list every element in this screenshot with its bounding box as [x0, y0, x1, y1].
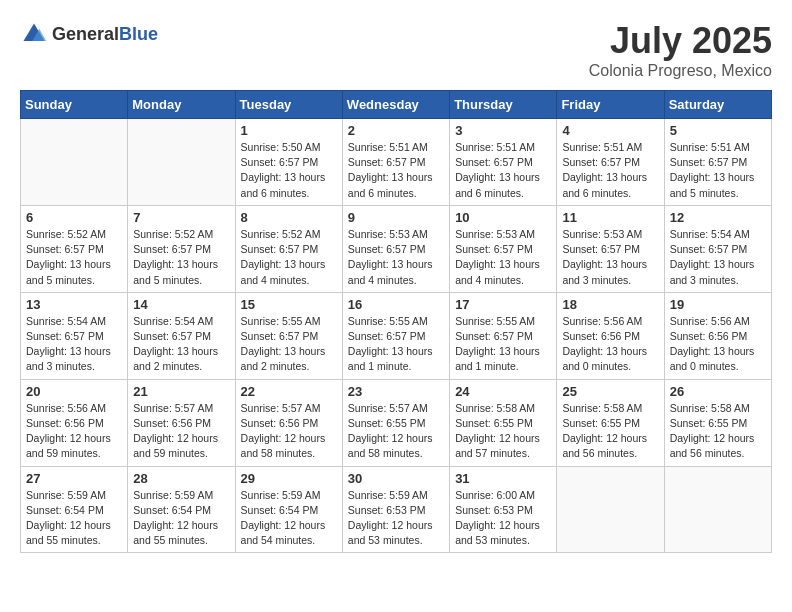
calendar-cell: 6Sunrise: 5:52 AM Sunset: 6:57 PM Daylig… — [21, 205, 128, 292]
weekday-header-saturday: Saturday — [664, 91, 771, 119]
day-number: 18 — [562, 297, 658, 312]
calendar-cell: 29Sunrise: 5:59 AM Sunset: 6:54 PM Dayli… — [235, 466, 342, 553]
day-number: 21 — [133, 384, 229, 399]
day-info: Sunrise: 5:50 AM Sunset: 6:57 PM Dayligh… — [241, 140, 337, 201]
day-number: 14 — [133, 297, 229, 312]
calendar-week-row: 1Sunrise: 5:50 AM Sunset: 6:57 PM Daylig… — [21, 119, 772, 206]
calendar-cell: 12Sunrise: 5:54 AM Sunset: 6:57 PM Dayli… — [664, 205, 771, 292]
calendar-cell: 20Sunrise: 5:56 AM Sunset: 6:56 PM Dayli… — [21, 379, 128, 466]
weekday-header-tuesday: Tuesday — [235, 91, 342, 119]
calendar-cell: 14Sunrise: 5:54 AM Sunset: 6:57 PM Dayli… — [128, 292, 235, 379]
day-info: Sunrise: 5:56 AM Sunset: 6:56 PM Dayligh… — [670, 314, 766, 375]
logo: GeneralBlue — [20, 20, 158, 48]
calendar-header-row: SundayMondayTuesdayWednesdayThursdayFrid… — [21, 91, 772, 119]
day-info: Sunrise: 5:59 AM Sunset: 6:53 PM Dayligh… — [348, 488, 444, 549]
calendar-cell: 8Sunrise: 5:52 AM Sunset: 6:57 PM Daylig… — [235, 205, 342, 292]
day-number: 28 — [133, 471, 229, 486]
day-info: Sunrise: 5:51 AM Sunset: 6:57 PM Dayligh… — [348, 140, 444, 201]
calendar-cell: 26Sunrise: 5:58 AM Sunset: 6:55 PM Dayli… — [664, 379, 771, 466]
calendar-cell — [664, 466, 771, 553]
day-number: 8 — [241, 210, 337, 225]
calendar-cell: 28Sunrise: 5:59 AM Sunset: 6:54 PM Dayli… — [128, 466, 235, 553]
calendar-cell: 10Sunrise: 5:53 AM Sunset: 6:57 PM Dayli… — [450, 205, 557, 292]
calendar-cell: 19Sunrise: 5:56 AM Sunset: 6:56 PM Dayli… — [664, 292, 771, 379]
day-number: 22 — [241, 384, 337, 399]
calendar-cell: 23Sunrise: 5:57 AM Sunset: 6:55 PM Dayli… — [342, 379, 449, 466]
calendar-cell — [128, 119, 235, 206]
day-info: Sunrise: 5:59 AM Sunset: 6:54 PM Dayligh… — [241, 488, 337, 549]
day-info: Sunrise: 5:59 AM Sunset: 6:54 PM Dayligh… — [26, 488, 122, 549]
day-info: Sunrise: 5:57 AM Sunset: 6:56 PM Dayligh… — [241, 401, 337, 462]
day-number: 19 — [670, 297, 766, 312]
day-info: Sunrise: 5:58 AM Sunset: 6:55 PM Dayligh… — [562, 401, 658, 462]
calendar-cell: 11Sunrise: 5:53 AM Sunset: 6:57 PM Dayli… — [557, 205, 664, 292]
calendar-cell: 24Sunrise: 5:58 AM Sunset: 6:55 PM Dayli… — [450, 379, 557, 466]
day-info: Sunrise: 5:57 AM Sunset: 6:56 PM Dayligh… — [133, 401, 229, 462]
day-info: Sunrise: 5:55 AM Sunset: 6:57 PM Dayligh… — [241, 314, 337, 375]
location-title: Colonia Progreso, Mexico — [589, 62, 772, 80]
calendar-week-row: 20Sunrise: 5:56 AM Sunset: 6:56 PM Dayli… — [21, 379, 772, 466]
day-number: 31 — [455, 471, 551, 486]
day-number: 30 — [348, 471, 444, 486]
day-info: Sunrise: 5:55 AM Sunset: 6:57 PM Dayligh… — [455, 314, 551, 375]
day-info: Sunrise: 5:52 AM Sunset: 6:57 PM Dayligh… — [133, 227, 229, 288]
day-info: Sunrise: 5:58 AM Sunset: 6:55 PM Dayligh… — [455, 401, 551, 462]
day-number: 26 — [670, 384, 766, 399]
day-info: Sunrise: 5:52 AM Sunset: 6:57 PM Dayligh… — [241, 227, 337, 288]
day-info: Sunrise: 5:51 AM Sunset: 6:57 PM Dayligh… — [562, 140, 658, 201]
day-number: 27 — [26, 471, 122, 486]
calendar-cell: 27Sunrise: 5:59 AM Sunset: 6:54 PM Dayli… — [21, 466, 128, 553]
calendar-cell: 9Sunrise: 5:53 AM Sunset: 6:57 PM Daylig… — [342, 205, 449, 292]
calendar-cell: 15Sunrise: 5:55 AM Sunset: 6:57 PM Dayli… — [235, 292, 342, 379]
day-number: 4 — [562, 123, 658, 138]
logo-icon — [20, 20, 48, 48]
day-number: 11 — [562, 210, 658, 225]
weekday-header-sunday: Sunday — [21, 91, 128, 119]
month-title: July 2025 — [589, 20, 772, 62]
day-info: Sunrise: 5:59 AM Sunset: 6:54 PM Dayligh… — [133, 488, 229, 549]
calendar-cell: 5Sunrise: 5:51 AM Sunset: 6:57 PM Daylig… — [664, 119, 771, 206]
calendar-cell: 22Sunrise: 5:57 AM Sunset: 6:56 PM Dayli… — [235, 379, 342, 466]
day-info: Sunrise: 5:54 AM Sunset: 6:57 PM Dayligh… — [133, 314, 229, 375]
day-number: 16 — [348, 297, 444, 312]
day-number: 20 — [26, 384, 122, 399]
day-info: Sunrise: 5:56 AM Sunset: 6:56 PM Dayligh… — [26, 401, 122, 462]
calendar-cell: 2Sunrise: 5:51 AM Sunset: 6:57 PM Daylig… — [342, 119, 449, 206]
calendar-cell: 21Sunrise: 5:57 AM Sunset: 6:56 PM Dayli… — [128, 379, 235, 466]
calendar-cell — [21, 119, 128, 206]
day-info: Sunrise: 5:53 AM Sunset: 6:57 PM Dayligh… — [348, 227, 444, 288]
logo-general: General — [52, 24, 119, 44]
calendar-cell: 18Sunrise: 5:56 AM Sunset: 6:56 PM Dayli… — [557, 292, 664, 379]
calendar-cell: 1Sunrise: 5:50 AM Sunset: 6:57 PM Daylig… — [235, 119, 342, 206]
calendar-cell — [557, 466, 664, 553]
day-info: Sunrise: 5:52 AM Sunset: 6:57 PM Dayligh… — [26, 227, 122, 288]
day-info: Sunrise: 5:55 AM Sunset: 6:57 PM Dayligh… — [348, 314, 444, 375]
calendar-cell: 4Sunrise: 5:51 AM Sunset: 6:57 PM Daylig… — [557, 119, 664, 206]
day-number: 6 — [26, 210, 122, 225]
day-info: Sunrise: 5:54 AM Sunset: 6:57 PM Dayligh… — [26, 314, 122, 375]
day-info: Sunrise: 5:53 AM Sunset: 6:57 PM Dayligh… — [455, 227, 551, 288]
day-info: Sunrise: 5:57 AM Sunset: 6:55 PM Dayligh… — [348, 401, 444, 462]
day-number: 13 — [26, 297, 122, 312]
day-number: 5 — [670, 123, 766, 138]
weekday-header-wednesday: Wednesday — [342, 91, 449, 119]
day-number: 15 — [241, 297, 337, 312]
day-number: 23 — [348, 384, 444, 399]
logo-text: GeneralBlue — [52, 24, 158, 45]
calendar-table: SundayMondayTuesdayWednesdayThursdayFrid… — [20, 90, 772, 553]
day-number: 7 — [133, 210, 229, 225]
calendar-week-row: 27Sunrise: 5:59 AM Sunset: 6:54 PM Dayli… — [21, 466, 772, 553]
day-info: Sunrise: 5:56 AM Sunset: 6:56 PM Dayligh… — [562, 314, 658, 375]
page-header: GeneralBlue July 2025 Colonia Progreso, … — [20, 20, 772, 80]
weekday-header-thursday: Thursday — [450, 91, 557, 119]
calendar-cell: 13Sunrise: 5:54 AM Sunset: 6:57 PM Dayli… — [21, 292, 128, 379]
day-number: 12 — [670, 210, 766, 225]
calendar-cell: 7Sunrise: 5:52 AM Sunset: 6:57 PM Daylig… — [128, 205, 235, 292]
day-info: Sunrise: 5:51 AM Sunset: 6:57 PM Dayligh… — [455, 140, 551, 201]
calendar-cell: 16Sunrise: 5:55 AM Sunset: 6:57 PM Dayli… — [342, 292, 449, 379]
day-number: 29 — [241, 471, 337, 486]
weekday-header-friday: Friday — [557, 91, 664, 119]
title-block: July 2025 Colonia Progreso, Mexico — [589, 20, 772, 80]
day-number: 9 — [348, 210, 444, 225]
calendar-cell: 3Sunrise: 5:51 AM Sunset: 6:57 PM Daylig… — [450, 119, 557, 206]
